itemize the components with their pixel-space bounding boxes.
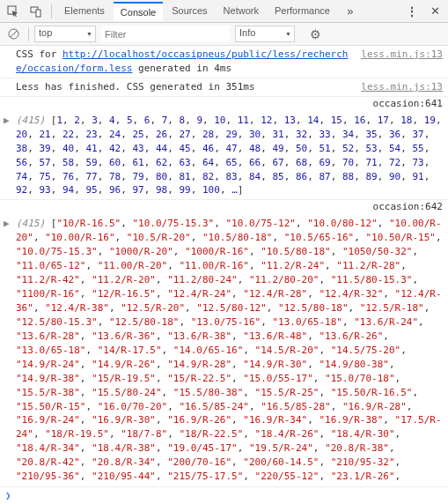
source-link[interactable]: less.min.js:13 — [354, 80, 443, 94]
console-prompt[interactable]: ❯ — [0, 486, 448, 504]
url-link[interactable]: http://localhost/occasipneus/public/less… — [16, 48, 349, 74]
console-message: CSS for http://localhost/occasipneus/pub… — [0, 46, 448, 78]
separator — [51, 4, 52, 19]
source-link-row: occasion:641 — [0, 97, 448, 112]
svg-rect-2 — [36, 10, 40, 17]
clear-console-icon[interactable] — [4, 25, 23, 44]
source-link[interactable]: occasion:642 — [373, 201, 443, 212]
svg-line-4 — [11, 31, 17, 37]
tab-elements[interactable]: Elements — [57, 2, 112, 21]
source-link-row: occasion:642 — [0, 200, 448, 215]
devtools-tab-bar: ElementsConsoleSourcesNetworkPerformance… — [0, 0, 448, 23]
context-select[interactable]: top — [34, 26, 96, 42]
tab-sources[interactable]: Sources — [165, 2, 214, 21]
more-tabs-icon[interactable]: » — [341, 2, 360, 21]
console-array: ▶(415) [1, 2, 3, 4, 5, 6, 7, 8, 9, 10, 1… — [0, 112, 448, 201]
tab-performance[interactable]: Performance — [268, 2, 337, 21]
device-toggle-icon[interactable] — [26, 2, 46, 21]
tabs: ElementsConsoleSourcesNetworkPerformance — [57, 2, 337, 21]
console-array: ▶(415) ["10/R-16.5", "10.0/75-15.3", "10… — [0, 215, 448, 486]
tab-console[interactable]: Console — [114, 2, 163, 21]
tab-network[interactable]: Network — [217, 2, 266, 21]
console-toolbar: top Info ⚙ — [0, 23, 448, 46]
expand-icon[interactable]: ▶ — [4, 217, 12, 231]
settings-icon[interactable]: ⚙ — [305, 25, 325, 44]
close-icon[interactable]: ✕ — [425, 2, 444, 21]
level-select[interactable]: Info — [235, 26, 295, 42]
console-message: Less has finished. CSS generated in 351m… — [0, 78, 448, 97]
inspect-icon[interactable] — [4, 2, 23, 21]
kebab-menu-icon[interactable]: ⋮ — [402, 2, 422, 21]
expand-icon[interactable]: ▶ — [4, 114, 12, 128]
source-link[interactable]: less.min.js:13 — [354, 48, 443, 76]
separator — [28, 27, 29, 41]
console-output: CSS for http://localhost/occasipneus/pub… — [0, 46, 448, 486]
filter-input[interactable] — [101, 26, 230, 42]
source-link[interactable]: occasion:641 — [373, 98, 443, 109]
